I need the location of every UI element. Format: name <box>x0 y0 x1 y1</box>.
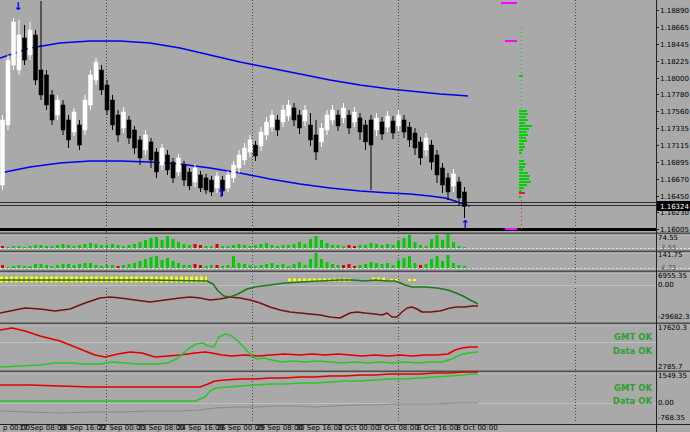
profile-bar <box>519 166 525 168</box>
candle-body <box>23 38 27 60</box>
volume-histogram-1-bar <box>320 240 323 248</box>
candle-body <box>78 125 82 145</box>
volume-histogram-2-bar <box>392 265 395 268</box>
candle-body <box>364 125 368 142</box>
candle-body <box>94 62 98 80</box>
candle-body <box>133 130 137 148</box>
volume-histogram-1-bar <box>408 235 411 248</box>
volume-histogram-2-bar <box>425 264 428 268</box>
volume-histogram-2-bar <box>84 263 87 268</box>
magenta-marker <box>505 40 517 42</box>
volume-histogram-2-bar <box>122 265 125 268</box>
candle-body <box>380 122 384 134</box>
profile-bar <box>519 190 522 192</box>
candle-body <box>160 148 164 165</box>
price-tick-label: 1.17115 <box>660 142 689 150</box>
candle-body <box>347 115 351 128</box>
up-arrow-icon: ↑ <box>216 187 225 200</box>
volume-histogram-2-bar <box>29 266 32 268</box>
candle-body <box>287 105 291 116</box>
volume-histogram-1-bar <box>381 245 384 248</box>
profile-bar <box>519 184 527 186</box>
volume-histogram-1-bar <box>249 246 252 248</box>
volume-histogram-1-bar <box>139 242 142 248</box>
candle-body <box>336 115 340 126</box>
volume-histogram-2-bar <box>51 266 54 268</box>
candle-body <box>171 162 175 178</box>
volume-histogram-2-bar <box>7 267 10 268</box>
price-tick-label: 1.18890 <box>660 7 689 15</box>
candle-body <box>402 120 406 132</box>
profile-bar <box>519 196 521 198</box>
time-axis-label: 8 Oct 00:00 <box>456 424 497 432</box>
profile-bar <box>519 116 526 118</box>
candle-body <box>391 121 395 133</box>
candle-body <box>138 140 142 158</box>
volume-histogram-2-bar <box>205 266 208 268</box>
candle-body <box>105 85 109 110</box>
volume-histogram-2-bar <box>304 265 307 268</box>
candle-body <box>353 112 357 122</box>
volume-histogram-1-bar <box>155 237 158 248</box>
volume-histogram-2-bar <box>227 265 230 268</box>
volume-histogram-1-bar <box>282 245 285 248</box>
volume-histogram-2-bar <box>232 256 235 268</box>
volume-histogram-2-bar <box>18 265 21 268</box>
candle-body <box>34 35 38 80</box>
candle-body <box>188 172 192 186</box>
volume-histogram-2-bar <box>78 264 81 268</box>
volume-histogram-1-bar <box>18 246 21 248</box>
profile-bar <box>519 172 528 174</box>
chart-canvas[interactable]: ↓↑↑1.188901.186651.184451.182251.180001.… <box>0 0 690 432</box>
candle-body <box>386 116 390 127</box>
candle-body <box>237 155 241 168</box>
volume-histogram-1-bar <box>397 241 400 248</box>
profile-bar <box>519 125 532 127</box>
candle-body <box>369 120 373 145</box>
volume-histogram-1-bar <box>172 239 175 248</box>
volume-histogram-2-bar <box>210 265 213 268</box>
volume-histogram-2-bar <box>359 265 362 268</box>
volume-histogram-2-bar <box>463 266 466 268</box>
volume-histogram-2-bar <box>243 264 246 268</box>
volume-histogram-1-bar <box>73 246 76 248</box>
volume-histogram-1-bar <box>348 245 351 248</box>
candle-body <box>419 142 423 158</box>
volume-histogram-2-bar <box>56 265 59 268</box>
candle-body <box>259 132 263 146</box>
panel5-scale-label: -768.35 <box>658 414 685 422</box>
volume-histogram-1-bar <box>254 245 257 248</box>
profile-bar <box>519 181 531 183</box>
time-axis-label: 2 Oct 00:00 <box>338 424 379 432</box>
volume-histogram-2-bar <box>441 261 444 268</box>
panel5-data-status: Data OK <box>613 396 653 406</box>
volume-histogram-2-bar <box>315 253 318 268</box>
volume-histogram-1-bar <box>62 244 65 248</box>
volume-histogram-2-bar <box>155 256 158 268</box>
volume-histogram-1-bar <box>414 242 417 248</box>
volume-histogram-1-bar <box>183 244 186 248</box>
volume-histogram-1-bar <box>150 238 153 248</box>
candle-body <box>265 122 269 135</box>
volume-histogram-2-bar <box>386 263 389 268</box>
price-tick-label: 1.17780 <box>660 91 689 99</box>
volume-histogram-2-bar <box>287 266 290 268</box>
profile-bar <box>519 169 523 171</box>
volume-histogram-2-bar <box>139 261 142 268</box>
candle-body <box>430 145 434 162</box>
candle-body <box>446 178 450 192</box>
volume-histogram-2-bar <box>106 265 109 268</box>
volume-histogram-1-bar <box>260 244 263 248</box>
volume-histogram-1-bar <box>271 245 274 248</box>
candle-body <box>61 105 65 130</box>
volume-histogram-1-bar <box>425 246 428 248</box>
volume-histogram-2-bar <box>144 259 147 268</box>
volume-histogram-2-bar <box>364 264 367 268</box>
candle-body <box>375 118 379 130</box>
volume-histogram-1-bar <box>117 245 120 248</box>
volume-histogram-1-bar <box>430 239 433 248</box>
panel4-gmt-status: GMT OK <box>614 332 652 342</box>
volume-histogram-2-bar <box>161 260 164 268</box>
volume-histogram-2-bar <box>216 265 219 268</box>
volume-histogram-1-bar <box>463 247 466 248</box>
